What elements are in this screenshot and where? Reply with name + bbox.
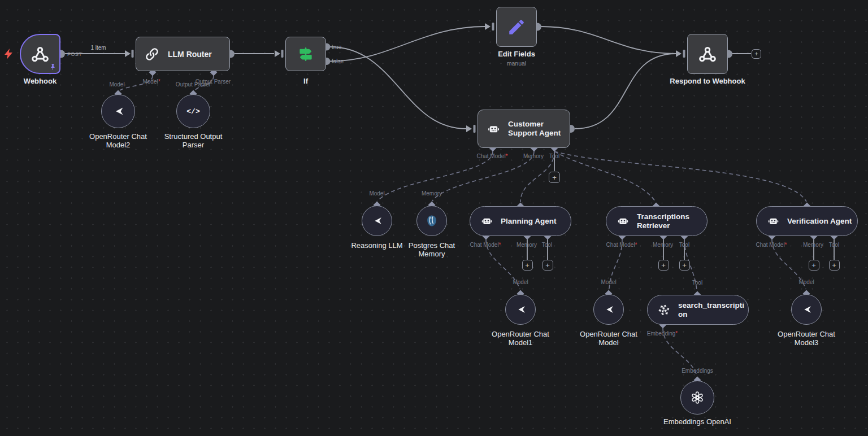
ormodel2-title: OpenRouter Chat Model2 [84, 132, 152, 149]
plus-glyph: + [832, 261, 836, 269]
node-embeddings-openai[interactable] [680, 381, 714, 415]
required-mark: * [499, 242, 501, 248]
transcriptions-chatmodel-label: Chat Model* [599, 242, 644, 248]
if-true-label: true [332, 44, 341, 50]
openrouter-icon [111, 104, 125, 118]
connection-items-label: 1 item [84, 45, 112, 51]
add-tool-button[interactable]: + [549, 172, 560, 183]
agent-tool-label: Tool [537, 153, 571, 160]
add-memory-button[interactable]: + [809, 260, 819, 271]
search-transcription-title: search_transcription [678, 301, 748, 319]
postgres-port-label: Memory [415, 190, 449, 197]
webhook-icon [697, 44, 718, 64]
trigger-bolt-icon [4, 49, 13, 59]
robot-icon [766, 214, 780, 228]
parser-title: Structured Output Parser [159, 132, 227, 149]
ormodel3-port-label: Model [789, 279, 823, 286]
node-search-transcription[interactable]: search_transcription [647, 295, 749, 325]
agent-chatmodel-label: Chat Model* [470, 153, 515, 160]
ormodel3-title: OpenRouter Chat Model3 [772, 330, 840, 347]
node-edit-fields[interactable] [496, 7, 537, 47]
transcriptions-title: Transcriptions Retriever [637, 212, 699, 230]
openrouter-icon [602, 303, 615, 316]
openrouter-icon [800, 303, 813, 316]
node-openrouter-model[interactable] [593, 294, 624, 325]
node-reasoning-llm[interactable] [362, 206, 392, 236]
wire-editfields-respond[interactable] [541, 27, 676, 54]
robot-icon [616, 214, 630, 228]
plus-glyph: + [682, 261, 687, 269]
plus-glyph: + [754, 51, 758, 57]
node-openrouter-model2[interactable] [101, 94, 135, 128]
node-structured-parser[interactable]: </> [176, 94, 210, 128]
node-verification-agent[interactable]: Verification Agent [756, 206, 858, 236]
edit-fields-subtitle: manual [483, 60, 550, 67]
openrouter-icon [514, 303, 527, 316]
search-embedding-label: Embedding* [640, 330, 685, 337]
plus-glyph: + [811, 261, 816, 269]
verification-chatmodel-label: Chat Model* [749, 242, 794, 248]
llm-router-title: LLM Router [168, 50, 212, 59]
ormodel-title: OpenRouter Chat Model [575, 330, 643, 347]
node-respond-webhook[interactable] [687, 34, 728, 74]
pencil-icon [506, 17, 527, 37]
add-tool-button[interactable]: + [679, 260, 690, 271]
node-support-agent[interactable]: Customer Support Agent [478, 110, 570, 148]
ormodel2-port-label: Model [100, 81, 134, 88]
required-mark: * [506, 153, 508, 159]
plus-glyph: + [661, 261, 666, 269]
node-webhook[interactable] [20, 34, 60, 74]
add-memory-button[interactable]: + [522, 260, 533, 271]
pinned-data-icon [49, 63, 57, 71]
required-mark: * [675, 330, 678, 337]
add-tool-button[interactable]: + [829, 260, 840, 271]
verification-tool-label: Tool [817, 242, 851, 248]
ormodel1-title: OpenRouter Chat Model1 [487, 330, 554, 347]
verification-title: Verification Agent [787, 217, 852, 226]
robot-icon [486, 121, 501, 137]
respond-title: Respond to Webhook [665, 77, 750, 85]
add-memory-button[interactable]: + [658, 260, 669, 271]
openrouter-icon [371, 215, 383, 227]
node-postgres-memory[interactable] [416, 206, 447, 236]
node-openrouter-model3[interactable] [791, 294, 822, 325]
planning-chatmodel-label: Chat Model* [463, 242, 508, 248]
ormodel1-port-label: Model [504, 279, 537, 286]
webhook-icon [30, 44, 50, 64]
node-planning-agent[interactable]: Planning Agent [470, 206, 571, 236]
add-node-button[interactable]: + [752, 49, 761, 59]
code-brackets-icon: </> [186, 107, 199, 116]
webhook-method-label: POST [67, 51, 82, 57]
webhook-title: Webhook [6, 77, 75, 85]
plus-glyph: + [545, 261, 550, 269]
search-tool-port-label: Tool [680, 280, 714, 286]
plus-glyph: + [552, 174, 557, 181]
embeddings-title: Embeddings OpenAI [652, 417, 743, 426]
if-false-label: false [332, 58, 344, 64]
openai-icon [689, 390, 705, 406]
planning-agent-title: Planning Agent [501, 217, 557, 226]
node-llm-router[interactable]: LLM Router [136, 37, 230, 71]
postgres-title: Postgres Chat Memory [401, 241, 463, 258]
wire-agent-verification[interactable] [554, 151, 806, 202]
workflow-canvas[interactable]: Webhook POST 1 item LLM Router Model* Ou… [0, 0, 868, 436]
signpost-icon [296, 45, 315, 64]
robot-icon [480, 214, 494, 228]
ormodel-port-label: Model [592, 279, 626, 286]
wire-agent-respond[interactable] [575, 54, 676, 129]
node-transcriptions-retriever[interactable]: Transcriptions Retriever [606, 206, 708, 236]
required-mark: * [635, 242, 637, 248]
node-if[interactable] [285, 37, 326, 71]
required-mark: * [785, 242, 787, 248]
chain-link-icon [144, 46, 160, 63]
add-tool-button[interactable]: + [542, 260, 553, 271]
support-agent-title: Customer Support Agent [508, 120, 562, 138]
reasoning-port-label: Model [360, 190, 394, 197]
planning-tool-label: Tool [530, 242, 564, 248]
vector-store-icon [657, 303, 671, 317]
node-openrouter-model1[interactable] [505, 294, 536, 325]
embeddings-port-label: Embeddings [675, 368, 720, 374]
required-mark: * [158, 79, 160, 85]
plus-glyph: + [525, 261, 530, 269]
llm-router-model-label: Model* [129, 79, 174, 85]
